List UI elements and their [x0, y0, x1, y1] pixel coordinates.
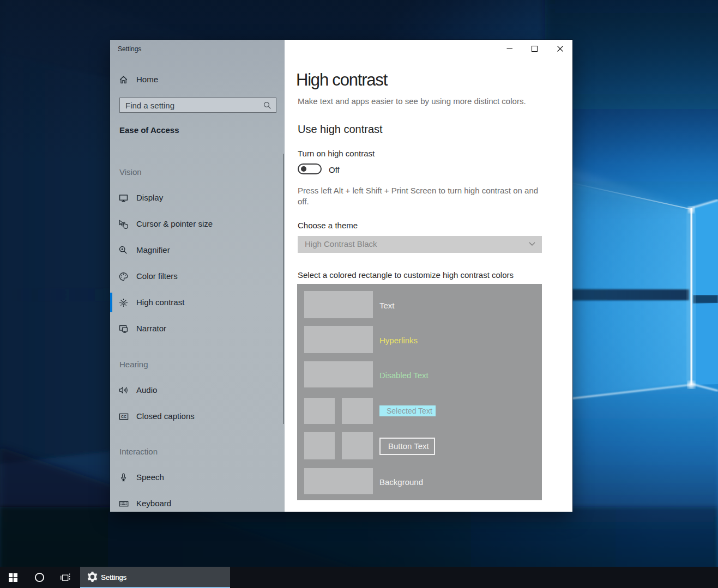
- svg-text:CC: CC: [121, 415, 126, 419]
